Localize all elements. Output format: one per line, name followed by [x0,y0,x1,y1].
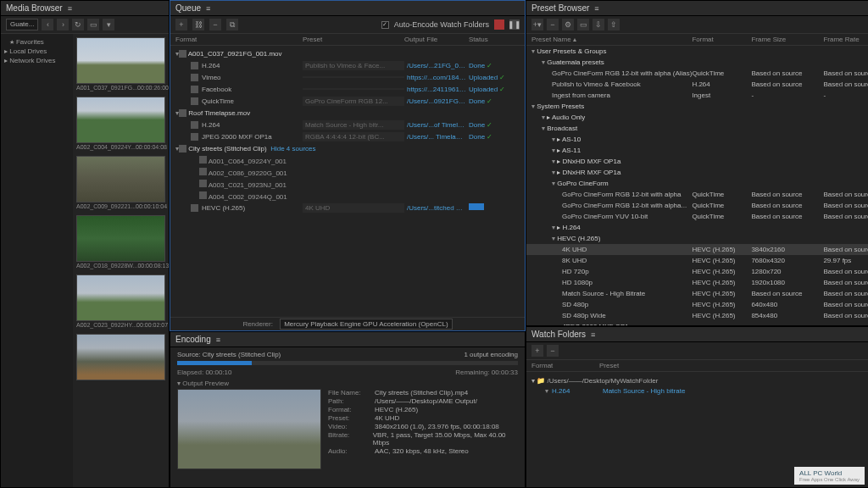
forward-icon[interactable]: › [57,19,69,30]
pause-button[interactable]: ❚❚ [509,19,520,30]
hide-sources-link[interactable]: Hide 4 sources [270,145,315,152]
queue-source-row[interactable]: A003_C021_0923NJ_001 [170,178,525,190]
remove-icon[interactable]: − [209,19,221,30]
preset-item[interactable]: GoPro CineForm YUV 10-bitQuickTimeBased … [526,211,868,222]
preset-item[interactable]: Ingest from cameraIngest-- [526,90,868,101]
preset-group[interactable]: ▸ DNxHR MXF OP1a [526,167,868,178]
preset-group[interactable]: System Presets [526,101,868,112]
queue-group-header[interactable]: A001_C037_0921FG_001.mov [170,47,525,59]
panel-menu-icon[interactable]: ≡ [594,4,598,13]
preset-item[interactable]: SD 480pHEVC (H.265)640x480Based on sourc… [526,299,868,310]
watch-row[interactable]: ▾ H.264 Match Source - High bitrate [531,386,868,396]
link-icon[interactable]: ⛓ [192,19,204,30]
add-watch-icon[interactable]: + [531,345,543,357]
preset-item[interactable]: HD 720pHEVC (H.265)1280x720Based on sour… [526,266,868,277]
format-icon [191,121,198,129]
format-icon [191,86,198,93]
queue-list: A001_C037_0921FG_001.movH.264Publish to … [170,46,525,317]
panel-menu-icon[interactable]: ≡ [216,336,220,344]
preset-group[interactable]: User Presets & Groups [526,46,868,57]
preset-item[interactable]: Publish to Vimeo & FacebookH.264Based on… [526,79,868,90]
watch-header: Watch Folders ≡ [526,327,868,342]
preset-item[interactable]: GoPro CineForm RGB 12-bit with alpha (Al… [526,68,868,79]
filter-icon[interactable]: ▾ [103,19,114,30]
queue-group-header[interactable]: City streets (Stitched Clip) Hide 4 sour… [170,142,525,154]
preset-group[interactable]: ▸ AS-11 [526,145,868,156]
add-preset-icon[interactable]: +▾ [531,19,543,30]
preset-group[interactable]: Broadcast [526,123,868,134]
watch-columns: Format Preset [526,360,868,372]
output-preview-label: Output Preview [182,380,229,387]
watch-folder-path[interactable]: ▾ 📁 /Users/——/Desktop/MyWatchFolder [531,375,868,386]
export-icon[interactable]: ⇧ [608,19,620,30]
queue-group-header[interactable]: Roof Timelapse.mov [170,107,525,119]
renderer-bar: Renderer: Mercury Playback Engine GPU Ac… [170,317,525,330]
add-source-icon[interactable]: + [175,19,187,30]
queue-columns: Format Preset Output File Status [170,34,525,46]
queue-output-row[interactable]: HEVC (H.265)4K UHD/Users/...titched Clip… [170,202,525,214]
queue-output-row[interactable]: Vimeohttps://...com/184066142Uploaded ✓ [170,71,525,83]
preset-group[interactable]: GoPro CineForm [526,178,868,189]
preset-item[interactable]: GoPro CineForm RGB 12-bit with alphaQuic… [526,189,868,200]
queue-source-row[interactable]: A004_C002_09244Q_001 [170,190,525,202]
preset-group[interactable]: ▸ AS-10 [526,134,868,145]
remove-preset-icon[interactable]: − [547,19,559,30]
media-thumbnail[interactable] [76,334,165,382]
encoding-source: Source: City streets (Stitched Clip) [177,351,281,358]
queue-output-row[interactable]: Facebookhttps://...24119614602283Uploade… [170,83,525,95]
preset-group[interactable]: Guatemala presets [526,57,868,68]
preset-item[interactable]: Match Source - High BitrateHEVC (H.265)B… [526,288,868,299]
panel-menu-icon[interactable]: ≡ [206,4,210,13]
preset-item[interactable]: 8K UHDHEVC (H.265)7680x432029.97 fps120 … [526,255,868,266]
preset-item[interactable]: 4K UHDHEVC (H.265)3840x2160Based on sour… [526,244,868,255]
format-icon [191,74,198,81]
preset-title: Preset Browser [531,3,589,13]
queue-source-row[interactable]: A002_C086_09220G_001 [170,166,525,178]
remove-watch-icon[interactable]: − [547,345,559,357]
preset-item[interactable]: GoPro CineForm RGB 12-bit with alpha...Q… [526,200,868,211]
remaining-time: 00:00:33 [492,369,518,376]
preset-item[interactable]: SD 480p WideHEVC (H.265)854x480Based on … [526,310,868,321]
auto-encode-checkbox[interactable]: ✓ [381,21,389,29]
import-icon[interactable]: ⇩ [593,19,604,30]
media-thumbnail[interactable]: A002_C018_09228W...00:00:08:13 [76,215,165,269]
check-icon: ✓ [487,133,492,141]
panel-menu-icon[interactable]: ≡ [591,330,595,339]
tree-local-drives[interactable]: ▸ Local Drives [4,47,70,56]
back-icon[interactable]: ‹ [42,19,53,30]
renderer-select[interactable]: Mercury Playback Engine GPU Acceleration… [280,319,452,330]
clip-icon [199,191,207,199]
queue-output-row[interactable]: QuickTimeGoPro CineForm RGB 12.../Users/… [170,95,525,107]
preset-settings-icon[interactable]: ⚙ [562,19,574,30]
stop-button[interactable] [494,19,504,30]
queue-output-row[interactable]: H.264Publish to Vimeo & Face.../Users/..… [170,59,525,71]
media-thumbnail[interactable]: A002_C004_09224Y...00:00:04:08 [76,97,165,151]
tree-favorites[interactable]: Favorites [4,37,70,47]
queue-output-row[interactable]: JPEG 2000 MXF OP1aRGBA 4:4:4:4 12-bit (B… [170,130,525,142]
format-icon [191,133,198,141]
media-thumbnail[interactable]: A002_C023_0922HY...00:00:02:07 [76,274,165,329]
check-icon: ✓ [499,74,505,81]
preset-group[interactable]: ▸ Audio Only [526,112,868,123]
media-path-selector[interactable]: Guate... [6,19,38,30]
preset-group[interactable]: ▸ H.264 [526,222,868,233]
queue-output-row[interactable]: H.264Match Source - High bitr.../Users/.… [170,119,525,130]
preset-group[interactable]: ▸ JPEG 2000 MXF OP1a [526,321,868,325]
preset-group[interactable]: HEVC (H.265) [526,233,868,244]
panel-menu-icon[interactable]: ≡ [68,4,72,13]
media-thumbnail[interactable]: A002_C009_092221...00:00:10:04 [76,156,165,210]
media-thumbnail[interactable]: A001_C037_0921FG...00:00:26:00 [76,37,165,92]
tree-network-drives[interactable]: ▸ Network Drives [4,56,70,65]
duplicate-icon[interactable]: ⧉ [226,19,238,30]
preset-item[interactable]: HD 1080pHEVC (H.265)1920x1080Based on so… [526,277,868,288]
encoding-output-count: 1 output encoding [464,351,518,358]
preset-group[interactable]: ▸ DNxHD MXF OP1a [526,156,868,167]
refresh-icon[interactable]: ↻ [72,19,84,30]
preset-header: Preset Browser ≡ [526,1,868,16]
queue-source-row[interactable]: A001_C064_09224Y_001 [170,154,525,166]
new-folder-icon[interactable]: ▭ [577,19,589,30]
check-icon: ✓ [487,97,492,105]
folder-icon[interactable]: ▭ [87,19,99,30]
encoding-metadata: File Name:City streets (Stitched Clip).m… [328,389,518,469]
format-icon [191,204,198,212]
